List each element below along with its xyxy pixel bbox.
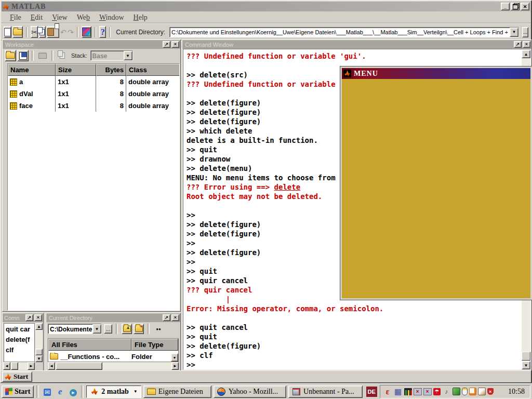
- scroll-thumb[interactable]: [35, 349, 43, 355]
- close-icon[interactable]: ×: [523, 41, 530, 48]
- scroll-thumb[interactable]: [11, 362, 18, 370]
- menu-window-body[interactable]: [342, 79, 530, 298]
- tray-icon[interactable]: ×: [487, 388, 494, 395]
- scroll-thumb[interactable]: [522, 352, 530, 361]
- open-button[interactable]: [5, 50, 16, 61]
- workspace-titlebar[interactable]: Workspace ↗ ×: [3, 40, 180, 49]
- close-icon[interactable]: ×: [171, 41, 179, 48]
- taskbar-button[interactable]: 2 matlab ▼: [86, 385, 141, 398]
- files-horizontal-scrollbar[interactable]: ◄ ►: [48, 362, 179, 370]
- scroll-left-icon[interactable]: ◄: [48, 362, 55, 370]
- column-header-size[interactable]: Size: [56, 64, 96, 76]
- menu-window-titlebar[interactable]: MENU: [342, 68, 530, 79]
- new-file-button[interactable]: [4, 26, 11, 38]
- column-header-files[interactable]: All Files: [48, 339, 131, 351]
- scroll-right-icon[interactable]: ►: [171, 362, 179, 370]
- cut-button[interactable]: [31, 26, 38, 38]
- chevron-down-icon[interactable]: ▼: [124, 51, 132, 60]
- undock-icon[interactable]: ↗: [514, 41, 522, 48]
- save-button[interactable]: [17, 50, 29, 61]
- undock-icon[interactable]: ↗: [163, 41, 170, 48]
- matlab-start-button[interactable]: Start: [2, 371, 32, 382]
- taskbar-button[interactable]: Yahoo - Mozill...: [214, 385, 286, 398]
- quicklaunch-icon[interactable]: [55, 386, 65, 397]
- chevron-down-icon[interactable]: ▼: [92, 324, 101, 334]
- table-row[interactable]: a 1x1 8 double array: [8, 76, 179, 88]
- menu-item[interactable]: Edit: [26, 13, 47, 22]
- directory-combobox[interactable]: C:\Dokumente ▼: [48, 324, 102, 334]
- quicklaunch-icon[interactable]: [42, 386, 52, 397]
- start-button[interactable]: Start: [2, 385, 34, 398]
- tray-icon[interactable]: [462, 388, 468, 395]
- minimize-button[interactable]: _: [501, 3, 510, 10]
- menu-item[interactable]: Window: [95, 13, 129, 22]
- tray-icon[interactable]: ♪: [442, 388, 451, 396]
- history-item[interactable]: quit car: [4, 324, 34, 334]
- quicklaunch-icon[interactable]: [68, 386, 78, 397]
- close-icon[interactable]: ×: [34, 314, 42, 321]
- paste-button[interactable]: [47, 26, 59, 38]
- help-button[interactable]: [99, 26, 106, 38]
- scroll-up-icon[interactable]: ▲: [522, 50, 530, 58]
- scroll-down-icon[interactable]: ▼: [171, 353, 178, 362]
- history-item[interactable]: delete(f: [4, 334, 34, 344]
- browse-directory-button[interactable]: ...: [522, 27, 528, 37]
- scroll-right-icon[interactable]: ►: [28, 362, 35, 370]
- tray-icon[interactable]: ×: [423, 388, 432, 395]
- close-button[interactable]: ✕: [521, 3, 529, 10]
- undock-icon[interactable]: ↗: [163, 314, 170, 321]
- column-header-class[interactable]: Class: [126, 64, 179, 76]
- menu-item[interactable]: File: [5, 13, 26, 22]
- table-row[interactable]: face 1x1 8 double array: [8, 100, 179, 112]
- tray-icon[interactable]: [469, 388, 476, 395]
- history-vertical-scrollbar[interactable]: ▲ ▼: [35, 323, 43, 362]
- print-button-disabled[interactable]: [37, 50, 48, 61]
- restore-button[interactable]: [511, 3, 520, 10]
- undo-button[interactable]: [60, 26, 66, 38]
- chevron-down-icon[interactable]: ▼: [510, 28, 518, 37]
- column-header-filetype[interactable]: File Type: [131, 339, 178, 351]
- command-window-titlebar[interactable]: Command Window ↗ ×: [182, 40, 531, 49]
- tray-icon[interactable]: ε: [383, 388, 392, 396]
- tray-icon[interactable]: ×: [414, 388, 422, 395]
- copy-button[interactable]: [39, 26, 46, 38]
- table-row[interactable]: dVal 1x1 8 double array: [8, 88, 179, 100]
- open-file-button[interactable]: [12, 26, 23, 38]
- scroll-down-icon[interactable]: ▼: [522, 361, 530, 369]
- menu-item[interactable]: Web: [72, 13, 95, 22]
- column-header-bytes[interactable]: Bytes: [96, 64, 126, 76]
- window-titlebar[interactable]: MATLAB _ ✕: [2, 2, 530, 11]
- history-horizontal-scrollbar[interactable]: ◄ ►: [3, 362, 35, 370]
- tray-icon[interactable]: ☂: [433, 388, 441, 395]
- redo-button[interactable]: [68, 26, 74, 38]
- up-one-level-button[interactable]: ▲: [122, 324, 132, 334]
- new-folder-button[interactable]: ✶: [134, 324, 144, 334]
- current-directory-combobox[interactable]: C:\Dokumente und Einstellungen\Koernig__…: [169, 27, 519, 37]
- tray-icon[interactable]: [404, 388, 412, 395]
- scroll-up-icon[interactable]: ▲: [35, 323, 43, 330]
- simulink-button[interactable]: [82, 26, 91, 38]
- tray-icon[interactable]: [478, 388, 486, 395]
- file-row[interactable]: __Functions - co... Folder: [48, 351, 178, 362]
- tray-icon[interactable]: [453, 388, 460, 395]
- column-header-name[interactable]: Name: [8, 64, 56, 76]
- undock-icon[interactable]: ↗: [25, 314, 33, 321]
- chevron-down-icon[interactable]: ▼: [131, 389, 138, 394]
- stack-combobox[interactable]: Base ▼: [90, 50, 133, 61]
- scroll-down-icon[interactable]: ▼: [35, 355, 43, 362]
- menu-item[interactable]: Help: [129, 13, 152, 22]
- command-history-titlebar[interactable]: Comn ↗ ×: [3, 313, 43, 322]
- scroll-left-icon[interactable]: ◄: [3, 362, 10, 370]
- menu-item[interactable]: View: [47, 13, 72, 22]
- find-files-button[interactable]: [153, 324, 164, 334]
- taskbar-button[interactable]: Eigene Dateien: [143, 385, 211, 398]
- history-item[interactable]: clf: [4, 344, 34, 355]
- current-directory-titlebar[interactable]: Current Directory ↗ ×: [46, 313, 180, 322]
- taskbar-button[interactable]: Unbenannt - Pa...: [288, 385, 363, 398]
- tray-icon[interactable]: ▦: [394, 388, 403, 396]
- language-indicator[interactable]: DE: [366, 387, 377, 397]
- open-selection-button-disabled[interactable]: [57, 50, 68, 61]
- browse-button[interactable]: ...: [104, 324, 112, 334]
- scroll-thumb[interactable]: [56, 362, 102, 370]
- close-icon[interactable]: ×: [171, 314, 179, 321]
